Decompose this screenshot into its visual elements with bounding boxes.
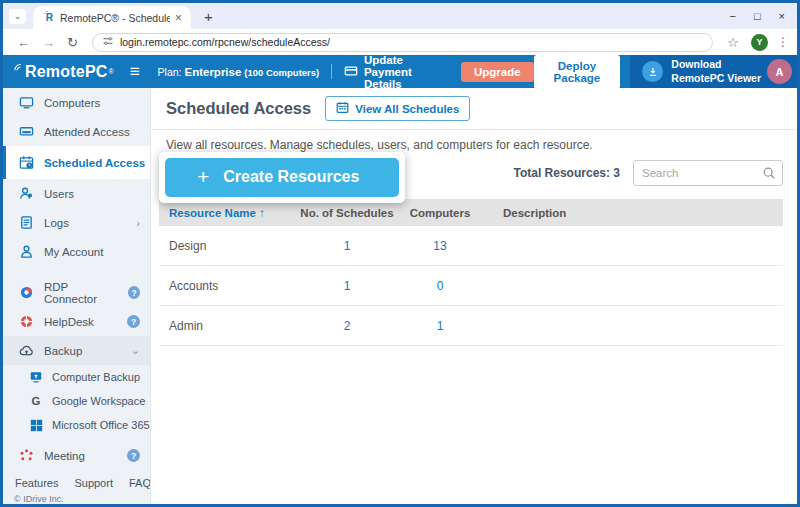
url-text: login.remotepc.com/rpcnew/scheduleAccess… [120, 36, 330, 48]
plan-value: Enterprise [184, 66, 241, 78]
sidebar-item-computers[interactable]: Computers [3, 88, 150, 117]
search-icon[interactable] [762, 166, 776, 184]
create-resources-button[interactable]: + Create Resources [165, 158, 399, 197]
total-resources-value: 3 [613, 166, 620, 180]
rdp-connector-icon [18, 285, 34, 300]
sidebar-item-computer-backup[interactable]: Computer Backup [3, 365, 150, 389]
close-icon[interactable]: × [779, 10, 785, 22]
sidebar-item-google-workspace[interactable]: G Google Workspace [3, 389, 150, 413]
page-title-bar: Scheduled Access View All Schedules [151, 88, 797, 130]
sidebar-item-helpdesk[interactable]: HelpDesk ? [3, 307, 150, 336]
sidebar-item-label: Computers [44, 97, 100, 109]
helpdesk-icon [18, 314, 34, 329]
computers-count-link[interactable]: 0 [403, 279, 477, 293]
hamburger-menu-icon[interactable]: ≡ [130, 62, 140, 82]
computers-icon [18, 95, 34, 110]
remotepc-logo: RemotePC ® [13, 63, 114, 81]
scheduled-access-icon [18, 155, 34, 170]
schedules-count-link[interactable]: 2 [291, 319, 403, 333]
computers-count-link[interactable]: 1 [403, 319, 477, 333]
bookmark-star-icon[interactable]: ☆ [727, 35, 739, 50]
browser-menu-icon[interactable]: ⋮ [777, 35, 789, 49]
column-description: Description [477, 207, 783, 219]
tab-close-icon[interactable]: × [175, 11, 182, 25]
column-no-of-schedules: No. of Schedules [291, 207, 403, 219]
sidebar-item-rdp-connector[interactable]: RDP Connector ? [3, 278, 150, 307]
support-link[interactable]: Support [66, 477, 121, 489]
main-content: Scheduled Access View All Schedules View… [151, 88, 797, 504]
update-payment-button[interactable]: Update Payment Details [344, 54, 448, 90]
forward-icon[interactable]: → [42, 35, 55, 50]
sort-ascending-icon: ↑ [259, 207, 265, 219]
logs-icon [18, 215, 34, 230]
sidebar-item-meeting[interactable]: Meeting ? [3, 441, 150, 470]
resource-name: Design [159, 239, 291, 253]
sidebar-item-label: Users [44, 188, 74, 200]
column-label: Resource Name [169, 207, 256, 219]
site-settings-icon[interactable] [102, 33, 114, 51]
sidebar-footer-links: Features Support FAQs [3, 472, 150, 494]
help-icon[interactable]: ? [128, 286, 140, 299]
table-row: Accounts 1 0 [159, 266, 783, 306]
faqs-link[interactable]: FAQs [121, 477, 151, 489]
svg-text:G: G [32, 395, 41, 407]
search-box [633, 160, 783, 186]
search-input[interactable] [633, 160, 783, 186]
help-icon[interactable]: ? [127, 449, 140, 462]
view-all-schedules-label: View All Schedules [355, 103, 459, 115]
sidebar-item-label: Backup [44, 345, 82, 357]
browser-toolbar: ← → ↻ login.remotepc.com/rpcnew/schedule… [3, 29, 797, 55]
plus-icon: + [197, 169, 209, 186]
chevron-down-icon: ⌄ [131, 344, 140, 357]
plan-detail: (100 Computers) [244, 67, 319, 78]
sidebar-item-label: Computer Backup [52, 371, 140, 383]
sidebar-item-label: Scheduled Access [44, 157, 145, 169]
sidebar-item-label: Logs [44, 217, 69, 229]
sidebar-item-scheduled-access[interactable]: Scheduled Access [3, 146, 150, 179]
my-account-icon [18, 244, 34, 259]
schedules-count-link[interactable]: 1 [291, 239, 403, 253]
reload-icon[interactable]: ↻ [67, 35, 78, 50]
schedules-count-link[interactable]: 1 [291, 279, 403, 293]
sidebar-item-backup[interactable]: Backup ⌄ [3, 336, 150, 365]
plan-info: Plan: Enterprise (100 Computers) [158, 66, 320, 78]
logo-registered-mark: ® [109, 67, 114, 77]
download-line1: Download [671, 58, 721, 70]
sidebar: Computers Attended Access Scheduled Acce… [3, 88, 151, 504]
maximize-icon[interactable]: □ [754, 10, 761, 22]
deploy-package-button[interactable]: Deploy Package [534, 55, 621, 89]
column-resource-name[interactable]: Resource Name ↑ [159, 207, 291, 219]
browser-window: ⌄ R RemotePC® - Schedule Access × + − □ … [0, 0, 800, 507]
tab-strip: ⌄ R RemotePC® - Schedule Access × + − □ … [3, 3, 797, 29]
tab-title: RemotePC® - Schedule Access [60, 12, 170, 24]
chevron-down-icon: ⌄ [14, 11, 22, 21]
download-icon [642, 61, 663, 82]
sidebar-item-my-account[interactable]: My Account [3, 237, 150, 266]
window-controls: − □ × [729, 10, 785, 22]
column-computers: Computers [403, 207, 477, 219]
logo-text: RemotePC [25, 63, 108, 81]
sidebar-item-users[interactable]: Users [3, 179, 150, 208]
sidebar-item-microsoft-office-365[interactable]: Microsoft Office 365 [3, 413, 150, 437]
resource-name: Accounts [159, 279, 291, 293]
browser-tab[interactable]: R RemotePC® - Schedule Access × [33, 6, 191, 29]
browser-profile-avatar[interactable]: Y [751, 34, 768, 51]
computers-count-link[interactable]: 13 [403, 239, 477, 253]
upgrade-button[interactable]: Upgrade [461, 62, 534, 82]
view-all-schedules-button[interactable]: View All Schedules [325, 96, 470, 121]
copyright-text: © IDrive Inc. [3, 494, 150, 504]
sidebar-item-attended-access[interactable]: Attended Access [3, 117, 150, 146]
account-avatar[interactable]: A [767, 59, 792, 84]
payment-card-icon [344, 64, 358, 80]
new-tab-button[interactable]: + [204, 8, 213, 25]
url-bar[interactable]: login.remotepc.com/rpcnew/scheduleAccess… [92, 33, 713, 52]
back-icon[interactable]: ← [17, 35, 30, 50]
minimize-icon[interactable]: − [729, 10, 735, 22]
table-header: Resource Name ↑ No. of Schedules Compute… [159, 199, 783, 226]
users-icon [18, 186, 34, 201]
computer-backup-icon [28, 370, 44, 384]
tab-search-button[interactable]: ⌄ [9, 9, 26, 24]
sidebar-item-logs[interactable]: Logs › [3, 208, 150, 237]
features-link[interactable]: Features [7, 477, 66, 489]
help-icon[interactable]: ? [127, 315, 140, 328]
